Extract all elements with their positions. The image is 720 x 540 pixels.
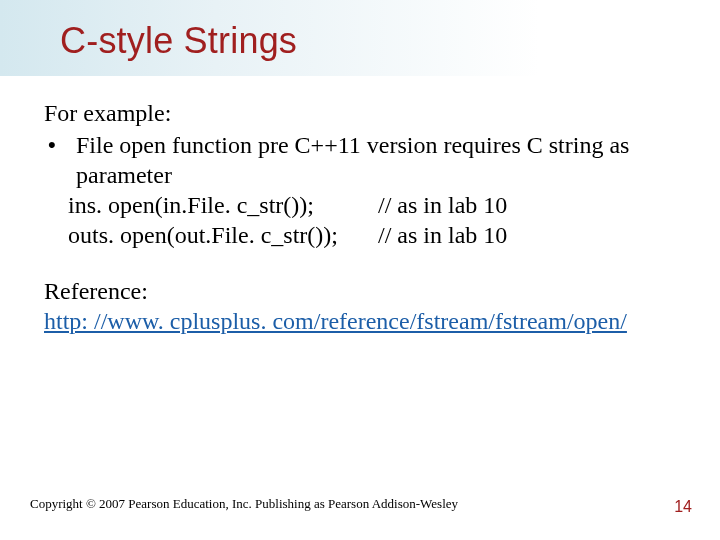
slide: C-style Strings For example: • File open…: [0, 0, 720, 540]
code-text: outs. open(out.File. c_str());: [68, 220, 378, 250]
bullet-dot-icon: •: [44, 130, 76, 160]
copyright-text: Copyright © 2007 Pearson Education, Inc.…: [30, 496, 458, 512]
lead-text: For example:: [44, 98, 676, 128]
code-line: ins. open(in.File. c_str()); // as in la…: [44, 190, 676, 220]
page-number: 14: [674, 498, 692, 516]
code-text: ins. open(in.File. c_str());: [68, 190, 378, 220]
reference-link[interactable]: http: //www. cplusplus. com/reference/fs…: [44, 308, 627, 334]
code-comment: // as in lab 10: [378, 220, 676, 250]
slide-body: For example: • File open function pre C+…: [0, 76, 720, 336]
code-comment: // as in lab 10: [378, 190, 676, 220]
title-band: C-style Strings: [0, 0, 720, 76]
reference-label: Reference:: [44, 276, 676, 306]
reference-block: Reference: http: //www. cplusplus. com/r…: [44, 276, 676, 336]
bullet-text: File open function pre C++11 version req…: [76, 130, 676, 190]
slide-title: C-style Strings: [60, 20, 720, 62]
code-line: outs. open(out.File. c_str()); // as in …: [44, 220, 676, 250]
bullet-item: • File open function pre C++11 version r…: [44, 130, 676, 190]
